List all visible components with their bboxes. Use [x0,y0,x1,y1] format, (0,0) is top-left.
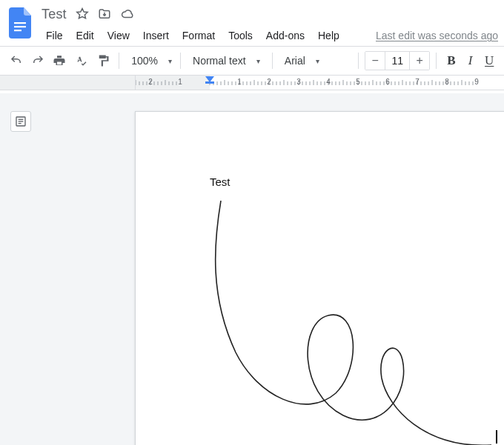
docs-icon [9,7,33,39]
paint-format-icon [96,54,110,67]
menu-addons[interactable]: Add-ons [260,27,311,44]
ruler-label: 2 [267,78,271,86]
outline-column [0,93,44,445]
move-icon[interactable] [98,7,111,21]
font-value: Arial [285,55,305,67]
separator [358,53,359,69]
ruler-label: 5 [356,78,360,86]
doc-title[interactable]: Test [40,7,68,22]
svg-rect-1 [14,26,26,27]
font-size-increase[interactable]: + [410,52,429,70]
svg-rect-2 [14,30,21,31]
outline-toggle-button[interactable] [10,111,31,132]
menu-bar: File Edit View Insert Format Tools Add-o… [40,25,498,46]
print-icon [53,54,66,67]
ruler-label: 1 [237,78,242,86]
indent-marker-icon[interactable] [205,76,215,84]
spellcheck-button[interactable] [71,50,91,71]
svg-rect-0 [14,22,26,24]
scribble-drawing[interactable] [210,201,504,445]
text-cursor [496,430,497,444]
redo-icon [31,54,44,67]
ruler-label: 9 [474,78,479,86]
svg-rect-87 [205,81,214,84]
paragraph-style-dropdown[interactable]: Normal text ▾ [187,50,266,71]
docs-home-button[interactable] [6,4,36,41]
body-text[interactable]: Test [210,175,504,188]
zoom-dropdown[interactable]: 100% ▾ [125,50,174,71]
menu-view[interactable]: View [102,27,136,44]
ruler-label: 2 [148,78,153,86]
ruler-label: 3 [296,78,301,86]
paint-format-button[interactable] [93,50,113,71]
title-area: Test File Edit View Insert Format Tools … [40,4,498,46]
ruler-label: 1 [178,78,182,86]
chevron-down-icon: ▾ [316,57,319,65]
menu-help[interactable]: Help [312,27,345,44]
ruler-label: 8 [445,78,449,86]
italic-button[interactable]: I [462,50,480,71]
redo-button[interactable] [27,50,47,71]
print-button[interactable] [50,50,70,71]
separator [436,53,437,69]
title-row: Test [40,4,498,22]
cloud-status-icon[interactable] [120,7,135,21]
menu-file[interactable]: File [40,27,69,44]
chevron-down-icon: ▾ [168,57,172,65]
font-size-value[interactable]: 11 [385,52,410,70]
workspace: Test [0,93,504,445]
font-size-decrease[interactable]: − [365,52,385,70]
star-icon[interactable] [76,7,89,21]
zoom-value: 100% [131,55,158,67]
menu-format[interactable]: Format [176,27,221,44]
undo-icon [10,54,23,67]
menu-edit[interactable]: Edit [70,27,100,44]
bold-button[interactable]: B [442,50,460,71]
paragraph-style-value: Normal text [193,55,246,67]
last-edit-link[interactable]: Last edit was seconds ago [376,30,498,41]
horizontal-ruler[interactable]: 21123456789 [135,76,504,90]
toolbar: 100% ▾ Normal text ▾ Arial ▾ − 11 + B I … [0,46,504,76]
separator [180,53,181,69]
font-dropdown[interactable]: Arial ▾ [279,50,353,71]
underline-button[interactable]: U [480,50,498,71]
ruler-label: 7 [415,78,420,86]
header: Test File Edit View Insert Format Tools … [0,0,504,46]
document-page[interactable]: Test [135,111,504,445]
chevron-down-icon: ▾ [256,57,260,65]
ruler-label: 4 [326,78,331,86]
outline-icon [15,116,27,127]
ruler-strip: 21123456789 [0,76,504,90]
ruler-label: 6 [385,78,390,86]
menu-tools[interactable]: Tools [222,27,259,44]
menu-insert[interactable]: Insert [137,27,175,44]
separator [272,53,273,69]
undo-button[interactable] [6,50,26,71]
separator [119,53,119,69]
spellcheck-icon [74,54,87,67]
font-size-stepper: − 11 + [365,51,430,70]
